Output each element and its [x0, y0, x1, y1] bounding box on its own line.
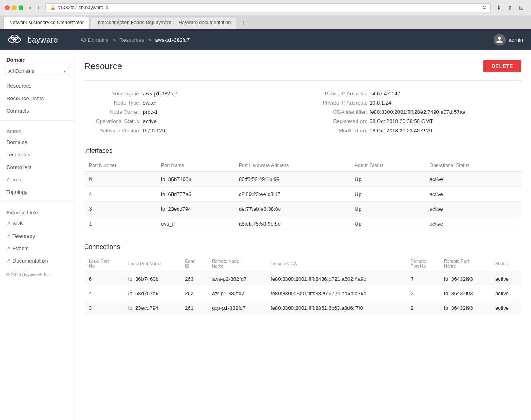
external-link-icon: ↗ [6, 246, 10, 251]
external-link-icon: ↗ [6, 258, 10, 264]
iface-port-name: ib_23ecd794 [156, 202, 234, 216]
node-owner-label: Node Owner: [84, 109, 140, 115]
conn-remote-port-no: 2 [406, 286, 439, 301]
conn-conn-id: 261 [180, 301, 207, 315]
connections-section-title: Connections [84, 243, 521, 251]
conn-col-conn-id: ConnID [180, 255, 207, 272]
sidebar-item-sdk[interactable]: ↗ SDK [0, 217, 74, 230]
sidebar-item-resource-users[interactable]: Resource Users [0, 92, 74, 105]
conn-col-remote-port-name: Remote PortName [439, 255, 490, 272]
private-ip-value: 10.0.1.24 [370, 100, 391, 106]
node-type-label: Node Type: [84, 100, 140, 106]
logo-area: bayware [8, 33, 81, 46]
breadcrumb-resources[interactable]: Resources [119, 37, 144, 43]
sidebar-item-controllers-label: Controllers [6, 164, 32, 170]
iface-admin-status: Up [350, 202, 425, 216]
conn-col-status: Status [490, 255, 521, 272]
sidebar: Domain All Domains ▾ Resources Resource … [0, 50, 74, 420]
domain-selector-text: All Domains [8, 68, 64, 74]
address-bar[interactable]: 🔒 c1382fd7.sb.bayware.io ↻ [45, 3, 491, 12]
conn-local-port-name: ib_23ecd794 [124, 301, 180, 315]
interfaces-section-title: Interfaces [84, 147, 521, 154]
domain-selector[interactable]: All Domains ▾ [5, 66, 69, 76]
conn-remote-port-name: ib_36432f93 [439, 286, 490, 301]
public-ip-value: 54.67.47.147 [370, 91, 400, 97]
public-ip-label: Public IP Address: [311, 91, 367, 97]
sidebar-item-templates-label: Templates [6, 152, 30, 158]
back-button[interactable]: ‹ [27, 3, 33, 12]
resource-details-left: Node Name: aws-p1-382fd7 Node Type: swit… [84, 89, 295, 135]
node-name-value: aws-p1-382fd7 [143, 91, 178, 97]
conn-local-port-name: ib_36b7460b [124, 272, 180, 286]
sidebar-item-resources[interactable]: Resources [0, 80, 74, 92]
sidebar-item-telemetry-label: Telemetry [12, 233, 35, 239]
conn-conn-id: 262 [180, 286, 207, 301]
sidebar-item-documentation[interactable]: ↗ Documentation [0, 255, 74, 267]
refresh-icon[interactable]: ↻ [482, 5, 486, 10]
sidebar-item-contracts[interactable]: Contracts [0, 105, 74, 117]
share-button[interactable]: ⬆ [505, 4, 515, 12]
interface-row: 6 ib_36b7460b 86:f3:52:49:1b:99 Up activ… [84, 172, 521, 187]
new-tab-button[interactable]: + [238, 17, 249, 29]
download-button[interactable]: ⬇ [494, 4, 504, 12]
tab-orchestrator[interactable]: Network Microservice Orchestrator [3, 17, 90, 29]
conn-remote-port-no: 2 [406, 301, 439, 315]
sidebar-item-topology-label: Topology [6, 189, 27, 195]
user-avatar[interactable] [494, 34, 506, 46]
forward-button[interactable]: › [35, 3, 42, 12]
iface-hardware-address: a6:cb:75:58:9e:8e [234, 216, 350, 231]
connections-table: Local PortNo Local Port Name ConnID Remo… [84, 255, 521, 315]
external-link-icon: ↗ [6, 221, 10, 226]
sidebar-item-telemetry[interactable]: ↗ Telemetry [0, 230, 74, 242]
close-dot[interactable] [5, 5, 10, 10]
conn-remote-cga: fe80:8300:2001:ffff:3826:9724:7a6b:b76d [266, 286, 406, 301]
sidebar-item-controllers[interactable]: Controllers [0, 161, 74, 173]
sidebar-item-zones-label: Zones [6, 177, 21, 183]
page-title: Resource [84, 61, 122, 72]
iface-operational-status: active [425, 187, 521, 202]
iface-port-number: 6 [84, 172, 156, 187]
registered-on-label: Registered on: [311, 118, 367, 124]
conn-remote-port-no: 7 [406, 272, 439, 286]
interfaces-table: Port Number Port Name Port Hardware Addr… [84, 159, 521, 231]
operational-status-value: active [143, 118, 157, 124]
delete-button[interactable]: DELETE [483, 60, 521, 72]
bayware-logo-icon [8, 33, 24, 46]
sidebar-item-events[interactable]: ↗ Events [0, 242, 74, 255]
breadcrumb-sep1: > [112, 37, 116, 43]
sidebar-item-templates[interactable]: Templates [0, 148, 74, 161]
breadcrumb: All Domains > Resources > aws-p1-382fd7 [81, 37, 494, 43]
software-version-field: Software Version: 0.7.0-126 [84, 126, 295, 135]
split-view-button[interactable]: ⊞ [517, 4, 526, 12]
sidebar-item-domains[interactable]: Domains [0, 136, 74, 148]
interfaces-table-body: 6 ib_36b7460b 86:f3:52:49:1b:99 Up activ… [84, 172, 521, 231]
col-port-number: Port Number [84, 159, 156, 172]
connection-row: 4 ib_68d757a6 262 azr-p1-382fd7 fe80:830… [84, 286, 521, 301]
copyright-text: © 2018 Bayware® Inc. [0, 267, 74, 282]
maximize-dot[interactable] [19, 5, 23, 10]
main-content: Resource DELETE Node Name: aws-p1-382fd7… [74, 50, 531, 420]
public-ip-field: Public IP Address: 54.67.47.147 [311, 89, 521, 98]
iface-port-name: ovs_if [156, 216, 234, 231]
cga-identifier-field: CGA Identifier: fe80:8300:2001:ffff:28e2… [311, 107, 521, 117]
conn-remote-node-name: aws-p2-382fd7 [207, 272, 266, 286]
minimize-dot[interactable] [12, 5, 17, 10]
conn-remote-node-name: azr-p1-382fd7 [207, 286, 266, 301]
browser-action-buttons: ⬇ ⬆ ⊞ [494, 4, 526, 12]
sidebar-item-resources-label: Resources [6, 83, 31, 89]
sidebar-item-zones[interactable]: Zones [0, 173, 74, 186]
registered-on-value: 08 Oct 2018 20:38:56 GMT [370, 118, 433, 124]
external-section-title: External Links [0, 205, 74, 217]
tab-documentation[interactable]: Interconnection Fabric Deployment — Bayw… [91, 17, 237, 29]
conn-remote-port-name: ib_36432f93 [439, 301, 490, 315]
user-name: admin [509, 37, 523, 43]
node-name-field: Node Name: aws-p1-382fd7 [84, 89, 295, 98]
iface-port-number: 3 [84, 202, 156, 216]
private-ip-label: Private IP Address: [311, 100, 367, 106]
breadcrumb-all-domains[interactable]: All Domains [81, 37, 108, 43]
sidebar-item-topology[interactable]: Topology [0, 186, 74, 198]
tab-documentation-label: Interconnection Fabric Deployment — Bayw… [97, 20, 231, 25]
node-owner-value: proc-1 [143, 109, 158, 115]
node-owner-field: Node Owner: proc-1 [84, 107, 295, 117]
cga-identifier-value: fe80:8300:2001:ffff:28e2:7490:e07d:57aa [370, 109, 465, 115]
